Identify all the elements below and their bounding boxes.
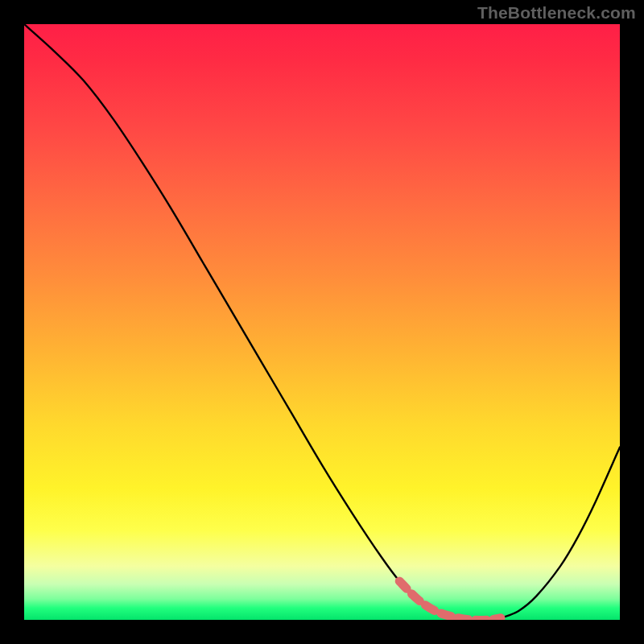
watermark-text: TheBottleneck.com — [477, 3, 636, 23]
trough-highlight-path — [399, 581, 501, 620]
chart-frame: TheBottleneck.com — [0, 0, 644, 644]
main-curve-path — [24, 24, 620, 620]
bottleneck-curve — [24, 24, 620, 620]
plot-area — [24, 24, 620, 620]
